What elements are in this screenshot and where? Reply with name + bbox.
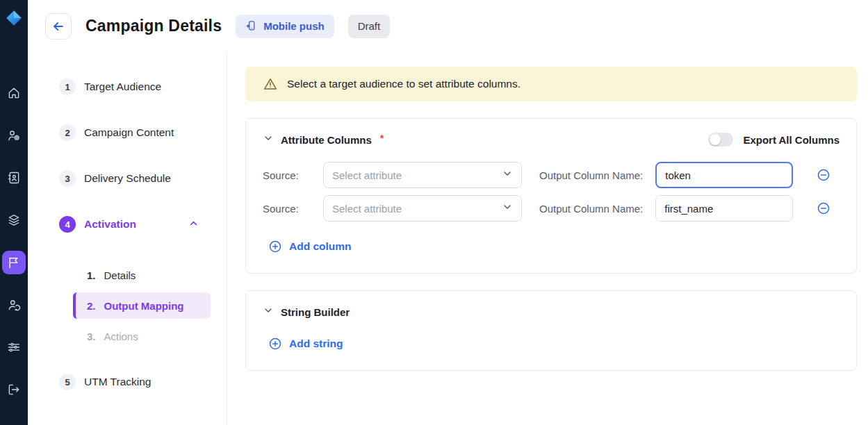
page-title: Campaign Details (85, 17, 222, 35)
export-all-columns-toggle[interactable] (708, 133, 733, 147)
step-label: Delivery Schedule (84, 172, 171, 185)
source-label: Source: (263, 203, 323, 215)
source-attribute-select[interactable]: Select attribute (323, 195, 522, 222)
channel-type-badge: Mobile push (236, 15, 334, 38)
output-column-input[interactable] (655, 195, 793, 222)
chevron-down-icon (502, 201, 513, 215)
toggle-label: Export All Columns (743, 134, 840, 146)
substep-actions: 3. Actions (73, 323, 211, 349)
select-placeholder: Select attribute (332, 203, 402, 215)
user-sync-icon[interactable] (0, 283, 28, 326)
output-column-label: Output Column Name: (539, 203, 643, 215)
attribute-rows: Source: Select attribute Output Column N… (263, 162, 840, 222)
plus-circle-icon (268, 337, 282, 351)
select-placeholder: Select attribute (332, 169, 402, 181)
attribute-columns-card: Attribute Columns * Export All Columns S… (245, 118, 857, 274)
substep-number: 3. (87, 331, 96, 342)
remove-row-button[interactable] (817, 168, 830, 182)
attribute-row: Source: Select attribute Output Column N… (263, 195, 840, 222)
brand-logo (5, 9, 23, 27)
substep-label: Actions (104, 331, 138, 342)
chevron-down-icon[interactable] (263, 305, 274, 319)
step-number: 3 (59, 170, 76, 187)
icon-rail (0, 0, 28, 425)
status-label: Draft (358, 20, 381, 32)
status-badge: Draft (348, 15, 391, 38)
step-label: Campaign Content (84, 126, 174, 139)
arrow-left-icon (51, 19, 65, 33)
segments-icon[interactable] (0, 199, 28, 241)
substep-number: 2. (87, 300, 96, 312)
substep-label: Details (104, 269, 136, 281)
minus-circle-icon (817, 201, 830, 215)
step-campaign-content[interactable]: 2 Campaign Content (28, 124, 227, 141)
output-column-input[interactable] (655, 162, 793, 188)
substep-output-mapping[interactable]: 2. Output Mapping (73, 292, 211, 319)
campaigns-icon[interactable] (0, 241, 28, 283)
warning-icon (263, 77, 277, 91)
chevron-up-icon[interactable] (188, 218, 199, 231)
substep-number: 1. (87, 269, 96, 281)
output-column-label: Output Column Name: (539, 169, 643, 181)
minus-circle-icon (817, 168, 830, 182)
home-icon[interactable] (0, 72, 28, 114)
step-target-audience[interactable]: 1 Target Audience (28, 78, 227, 95)
add-column-label: Add column (289, 240, 352, 253)
required-asterisk: * (380, 133, 384, 144)
step-label: Activation (84, 218, 136, 231)
warning-banner: Select a target audience to set attribut… (245, 67, 857, 101)
chevron-down-icon[interactable] (263, 133, 274, 147)
back-button[interactable] (45, 13, 72, 40)
card-title: String Builder (281, 306, 350, 318)
step-number: 4 (59, 216, 76, 233)
content-area: Select a target audience to set attribut… (227, 52, 868, 425)
main-column: Campaign Details Mobile push Draft 1 Tar… (28, 0, 868, 425)
step-delivery-schedule[interactable]: 3 Delivery Schedule (28, 170, 227, 187)
export-icon[interactable] (0, 368, 28, 410)
source-label: Source: (263, 169, 323, 181)
add-string-label: Add string (289, 338, 343, 350)
plus-circle-icon (268, 240, 282, 253)
chevron-down-icon (502, 168, 513, 182)
attribute-row: Source: Select attribute Output Column N… (263, 162, 840, 188)
step-number: 1 (59, 78, 76, 95)
app-root: Campaign Details Mobile push Draft 1 Tar… (0, 0, 868, 425)
step-number: 5 (59, 374, 76, 390)
step-activation[interactable]: 4 Activation (28, 216, 227, 233)
controls-icon[interactable] (0, 326, 28, 368)
remove-row-button[interactable] (817, 201, 830, 215)
step-utm-tracking[interactable]: 5 UTM Tracking (28, 374, 227, 390)
substep-details[interactable]: 1. Details (73, 262, 211, 288)
substep-label: Output Mapping (104, 300, 184, 312)
activation-substeps: 1. Details 2. Output Mapping 3. Actions (28, 262, 227, 349)
card-title: Attribute Columns (281, 134, 372, 146)
add-column-button[interactable]: Add column (268, 240, 352, 253)
contacts-icon[interactable] (0, 156, 28, 199)
audiences-icon[interactable] (0, 114, 28, 156)
step-number: 2 (59, 124, 76, 141)
steps-panel: 1 Target Audience 2 Campaign Content 3 D… (28, 52, 227, 425)
string-builder-card: String Builder Add string (245, 290, 857, 371)
mobile-push-icon (245, 20, 257, 32)
add-string-button[interactable]: Add string (268, 337, 343, 351)
step-label: Target Audience (84, 81, 161, 93)
warning-text: Select a target audience to set attribut… (287, 78, 521, 90)
source-attribute-select[interactable]: Select attribute (323, 162, 522, 188)
step-label: UTM Tracking (84, 376, 151, 388)
page-header: Campaign Details Mobile push Draft (28, 0, 868, 52)
channel-type-label: Mobile push (263, 20, 325, 32)
